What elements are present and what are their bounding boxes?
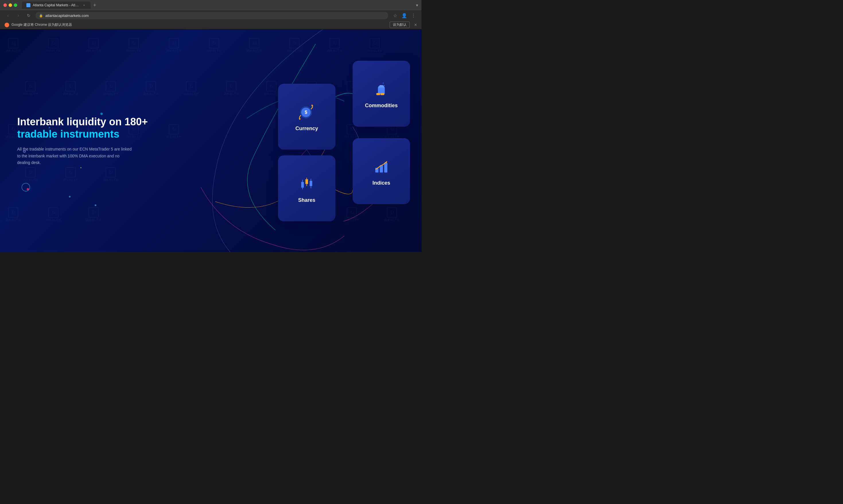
svg-rect-22 xyxy=(384,163,388,173)
decorative-dot-3 xyxy=(23,150,26,153)
left-content: Interbank liquidity on 180+ tradable ins… xyxy=(17,115,155,166)
svg-rect-8 xyxy=(376,93,380,95)
browser-chrome: Atlanta Capital Markets - Atla... × + ▾ … xyxy=(0,0,422,30)
headline-line1: Interbank liquidity on 180+ xyxy=(17,116,148,128)
indices-icon xyxy=(371,156,391,176)
svg-rect-11 xyxy=(301,182,304,187)
decorative-dot-5 xyxy=(69,196,71,198)
notification-text: Google 建议将 Chrome 设为默认浏览器 xyxy=(12,22,388,27)
commodities-icon xyxy=(371,78,391,98)
page-content: ↻WEALTH ↻WEALTH ↻WEALTH ↻WEALTH ↻WEALTH … xyxy=(0,30,422,252)
svg-rect-9 xyxy=(380,93,384,95)
address-bar: ‹ › ↻ 🔒 atlantacapitalmarkets.com ☆ 👤 ⋮ xyxy=(0,10,422,21)
notification-action-button[interactable]: 设为默认 xyxy=(390,21,410,28)
shares-icon xyxy=(297,173,317,193)
traffic-lights xyxy=(3,3,17,7)
svg-rect-17 xyxy=(310,181,312,186)
currency-card[interactable]: $ Currency xyxy=(278,84,336,150)
indices-card[interactable]: Indices xyxy=(352,138,410,204)
commodities-label: Commodities xyxy=(365,103,398,109)
decorative-dot-7 xyxy=(95,204,97,206)
cards-area: $ Currency xyxy=(250,61,410,221)
minimize-traffic-light[interactable] xyxy=(8,3,12,7)
decorative-dot-2 xyxy=(49,127,50,128)
close-traffic-light[interactable] xyxy=(3,3,7,7)
decorative-dot-1 xyxy=(100,113,103,115)
currency-label: Currency xyxy=(295,126,318,131)
currency-icon: $ xyxy=(297,102,317,122)
bookmark-icon[interactable]: ☆ xyxy=(392,13,398,18)
decorative-dot-4 xyxy=(27,188,29,191)
active-tab[interactable]: Atlanta Capital Markets - Atla... × xyxy=(22,1,91,9)
new-tab-button[interactable]: + xyxy=(91,1,99,9)
svg-text:$: $ xyxy=(305,109,307,115)
browser-expand-button[interactable]: ▾ xyxy=(416,3,418,7)
shares-label: Shares xyxy=(298,197,315,203)
maximize-traffic-light[interactable] xyxy=(14,3,17,7)
headline: Interbank liquidity on 180+ tradable ins… xyxy=(17,115,155,140)
menu-icon[interactable]: ⋮ xyxy=(410,13,417,18)
notification-bar: Google 建议将 Chrome 设为默认浏览器 设为默认 × xyxy=(0,21,422,29)
notification-favicon xyxy=(5,23,9,27)
headline-line2: tradable instruments xyxy=(17,128,119,140)
tab-bar: Atlanta Capital Markets - Atla... × + xyxy=(22,1,414,9)
tab-close-button[interactable]: × xyxy=(82,3,86,7)
tab-favicon xyxy=(27,3,30,7)
shares-card[interactable]: Shares xyxy=(278,156,336,221)
refresh-button[interactable]: ↻ xyxy=(25,13,32,18)
back-button[interactable]: ‹ xyxy=(5,13,12,18)
profile-icon[interactable]: 👤 xyxy=(401,13,408,18)
indices-label: Indices xyxy=(373,180,390,186)
svg-point-10 xyxy=(383,85,384,86)
decorative-dot-6 xyxy=(80,167,82,168)
title-bar: Atlanta Capital Markets - Atla... × + ▾ xyxy=(0,0,422,10)
commodities-card[interactable]: Commodities xyxy=(352,61,410,127)
forward-button[interactable]: › xyxy=(15,13,22,18)
url-text: atlantacapitalmarkets.com xyxy=(45,14,385,18)
page-description: All the tradable instruments on our ECN … xyxy=(17,146,132,166)
decorative-circle-1 xyxy=(21,183,30,192)
url-bar[interactable]: 🔒 atlantacapitalmarkets.com xyxy=(36,12,388,19)
security-lock-icon: 🔒 xyxy=(39,14,43,17)
svg-rect-7 xyxy=(380,85,383,87)
toolbar-icons: ☆ 👤 ⋮ xyxy=(392,13,417,18)
svg-rect-14 xyxy=(305,179,308,184)
notification-close-button[interactable]: × xyxy=(414,22,417,28)
tab-label: Atlanta Capital Markets - Atla... xyxy=(33,3,80,7)
